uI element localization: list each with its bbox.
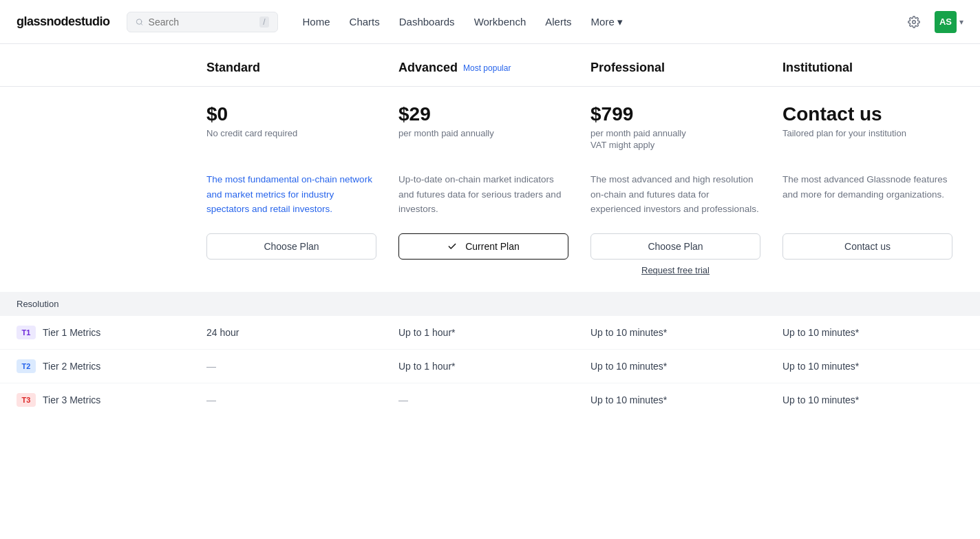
current-plan-advanced-button[interactable]: Current Plan (398, 233, 568, 260)
tier2-name: Tier 2 Metrics (43, 361, 100, 372)
main-nav: Home Charts Dashboards Workbench Alerts … (295, 12, 885, 32)
tier1-name: Tier 1 Metrics (43, 327, 100, 338)
description-standard: The most fundamental on-chain network an… (195, 172, 387, 217)
nav-workbench[interactable]: Workbench (466, 12, 535, 32)
nav-dashboards[interactable]: Dashboards (391, 12, 463, 32)
tier2-professional-value: Up to 10 minutes* (579, 361, 771, 372)
plan-header-institutional: Institutional (771, 61, 963, 75)
resolution-label: Resolution (17, 299, 58, 309)
buttons-institutional: Contact us (771, 233, 963, 275)
tier2-badge: T2 (17, 359, 36, 373)
feature-row-tier1: T1 Tier 1 Metrics 24 hour Up to 1 hour* … (0, 316, 980, 350)
header: glassnodestudio / Home Charts Dashboards… (0, 0, 980, 44)
plan-name-institutional: Institutional (782, 61, 952, 75)
tier3-name: Tier 3 Metrics (43, 394, 100, 405)
choose-plan-standard-button[interactable]: Choose Plan (206, 233, 376, 260)
tier1-badge: T1 (17, 326, 36, 339)
price-sub-institutional: Tailored plan for your institution (782, 128, 952, 138)
contact-us-button[interactable]: Contact us (782, 233, 952, 260)
description-text-institutional: The most advanced Glassnode features and… (782, 172, 952, 202)
tier2-advanced-value: Up to 1 hour* (387, 361, 579, 372)
description-advanced: Up-to-date on-chain market indicators an… (387, 172, 579, 217)
most-popular-badge: Most popular (463, 63, 511, 73)
price-institutional: Contact us (782, 103, 952, 125)
pricing-detail-row: $0 No credit card required $29 per month… (0, 87, 980, 161)
avatar: AS (935, 11, 957, 33)
description-text-standard: The most fundamental on-chain network an… (206, 172, 376, 217)
plan-header-advanced: Advanced Most popular (387, 61, 579, 75)
plan-header-standard: Standard (195, 61, 387, 75)
user-menu[interactable]: AS ▾ (935, 11, 963, 33)
tier3-badge: T3 (17, 393, 36, 407)
request-free-trial-link[interactable]: Request free trial (590, 265, 760, 275)
price-sub-advanced: per month paid annually (398, 128, 568, 138)
description-professional: The most advanced and high resolution on… (579, 172, 771, 217)
buttons-advanced: Current Plan (387, 233, 579, 275)
pricing-institutional: Contact us Tailored plan for your instit… (771, 103, 963, 161)
tier2-standard-value: — (195, 361, 387, 372)
nav-home[interactable]: Home (295, 12, 339, 32)
resolution-section-divider: Resolution (0, 292, 980, 316)
price-advanced: $29 (398, 103, 568, 125)
svg-line-1 (140, 23, 142, 25)
tier2-label-cell: T2 Tier 2 Metrics (17, 359, 195, 373)
tier3-advanced-value: — (387, 394, 579, 405)
description-row: The most fundamental on-chain network an… (0, 161, 980, 233)
user-menu-chevron-icon: ▾ (959, 17, 963, 27)
description-institutional: The most advanced Glassnode features and… (771, 172, 963, 217)
settings-button[interactable] (902, 10, 926, 34)
pricing-empty (17, 103, 195, 161)
pricing-table: Standard Advanced Most popular Professio… (0, 44, 980, 416)
price-standard: $0 (206, 103, 376, 125)
tier1-professional-value: Up to 10 minutes* (579, 327, 771, 338)
tier1-advanced-value: Up to 1 hour* (387, 327, 579, 338)
description-empty (17, 172, 195, 217)
tier2-institutional-value: Up to 10 minutes* (771, 361, 963, 372)
description-text-advanced: Up-to-date on-chain market indicators an… (398, 172, 568, 217)
price-vat-professional: VAT might apply (590, 140, 760, 150)
tier1-institutional-value: Up to 10 minutes* (771, 327, 963, 338)
plan-name-advanced: Advanced Most popular (398, 61, 568, 75)
logo-bold: glassnode (17, 14, 75, 29)
buttons-professional: Choose Plan Request free trial (579, 233, 771, 275)
search-input[interactable] (149, 17, 255, 28)
nav-more[interactable]: More ▾ (583, 12, 631, 32)
plan-header-empty (17, 61, 195, 75)
tier1-standard-value: 24 hour (195, 327, 387, 338)
nav-charts[interactable]: Charts (341, 12, 388, 32)
price-sub-standard: No credit card required (206, 128, 376, 138)
price-professional: $799 (590, 103, 760, 125)
main-content: Standard Advanced Most popular Professio… (0, 44, 980, 416)
plan-name-standard: Standard (206, 61, 376, 75)
tier3-institutional-value: Up to 10 minutes* (771, 394, 963, 405)
buttons-standard: Choose Plan (195, 233, 387, 275)
logo-light: studio (75, 14, 110, 29)
nav-alerts[interactable]: Alerts (537, 12, 579, 32)
buttons-row: Choose Plan Current Plan Choose Plan Req… (0, 233, 980, 292)
svg-point-2 (913, 20, 916, 23)
more-chevron-icon: ▾ (617, 16, 623, 28)
feature-row-tier3: T3 Tier 3 Metrics — — Up to 10 minutes* … (0, 383, 980, 416)
pricing-advanced: $29 per month paid annually (387, 103, 579, 161)
plan-header-professional: Professional (579, 61, 771, 75)
choose-plan-professional-button[interactable]: Choose Plan (590, 233, 760, 260)
check-icon (447, 242, 457, 251)
buttons-empty (17, 233, 195, 275)
tier1-label-cell: T1 Tier 1 Metrics (17, 326, 195, 339)
plan-name-professional: Professional (590, 61, 760, 75)
plan-header-row: Standard Advanced Most popular Professio… (0, 44, 980, 87)
tier3-standard-value: — (195, 394, 387, 405)
pricing-standard: $0 No credit card required (195, 103, 387, 161)
search-box[interactable]: / (127, 12, 278, 32)
header-right: AS ▾ (902, 10, 963, 34)
description-text-professional: The most advanced and high resolution on… (590, 172, 760, 217)
search-icon (136, 17, 143, 27)
gear-icon (908, 16, 920, 28)
logo: glassnodestudio (17, 14, 110, 29)
tier3-professional-value: Up to 10 minutes* (579, 394, 771, 405)
pricing-professional: $799 per month paid annually VAT might a… (579, 103, 771, 161)
feature-row-tier2: T2 Tier 2 Metrics — Up to 1 hour* Up to … (0, 350, 980, 383)
tier3-label-cell: T3 Tier 3 Metrics (17, 393, 195, 407)
search-shortcut: / (259, 17, 268, 28)
price-sub-professional: per month paid annually (590, 128, 760, 138)
